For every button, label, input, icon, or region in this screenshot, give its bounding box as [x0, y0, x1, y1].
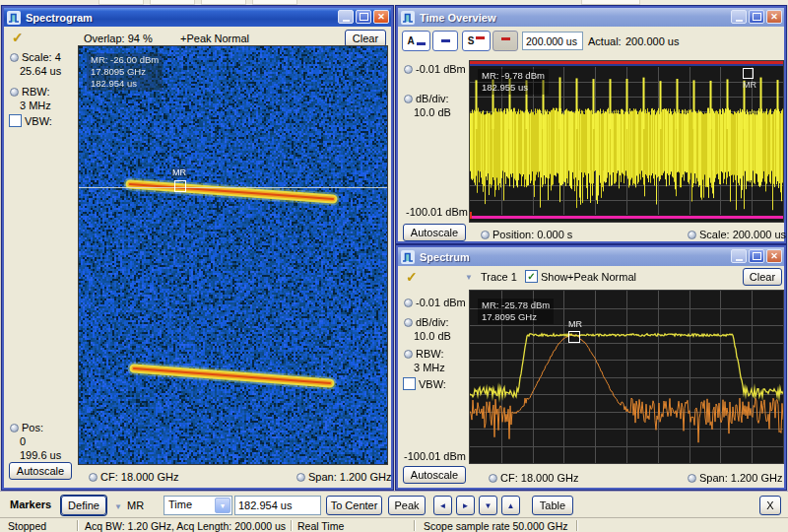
- arrow-left-icon: ◄: [439, 501, 447, 510]
- pos-knob-icon[interactable]: [10, 424, 19, 432]
- trace-label[interactable]: Trace 1: [481, 271, 517, 283]
- marker-dropdown-icon[interactable]: ▼: [114, 502, 122, 511]
- minimize-button[interactable]: [338, 10, 354, 24]
- markers-toolbar: Markers Define ▼ MR Time ▾ To Center Pea…: [0, 491, 788, 517]
- pos-time: 199.6 us: [20, 449, 61, 461]
- cf-knob-icon[interactable]: [489, 474, 497, 483]
- marker-mr[interactable]: [174, 180, 186, 192]
- peak-left-button[interactable]: ◄: [433, 496, 452, 515]
- ref-level-label: -0.01 dBm: [416, 63, 466, 75]
- marker-type-combo[interactable]: Time ▾: [164, 496, 232, 515]
- spectrogram-titlebar[interactable]: Spectrogram ✕: [4, 8, 391, 27]
- divider: [414, 520, 415, 531]
- dbdiv-knob-icon[interactable]: [404, 318, 413, 327]
- actual-label: Actual:: [588, 35, 622, 47]
- maximize-button[interactable]: [749, 10, 764, 24]
- ref-level-knob-icon[interactable]: [404, 65, 413, 74]
- span-knob-icon[interactable]: [688, 474, 696, 483]
- rbw-label: RBW:: [416, 348, 444, 360]
- marker-readout: MR: -26.00 dBm 17.8095 GHz 182.954 us: [87, 53, 163, 91]
- overlap-label: Overlap: 94 %: [84, 33, 153, 44]
- red-bar-icon: [501, 37, 510, 40]
- dbdiv-value: 10.0 dB: [414, 106, 451, 118]
- cf-knob-icon[interactable]: [89, 473, 98, 482]
- dbdiv-label: dB/div:: [416, 316, 449, 328]
- spectrum-time-button[interactable]: S: [462, 31, 491, 51]
- vbw-checkbox[interactable]: [9, 114, 22, 127]
- marker-label: MR: [742, 80, 757, 90]
- span-knob-icon[interactable]: [296, 473, 305, 482]
- toolbar-remnant-button: [150, 0, 195, 5]
- mode-label: Real Time: [297, 520, 344, 532]
- toolbar-remnant-button: [98, 0, 144, 5]
- maximize-button[interactable]: [356, 10, 371, 24]
- scale-label: Scale: 200.000 us: [699, 229, 786, 240]
- markers-label: Markers: [10, 499, 51, 510]
- position-label: Position: 0.000 s: [492, 229, 572, 240]
- position-knob-icon[interactable]: [481, 231, 490, 239]
- blue-bar-icon: [417, 42, 426, 45]
- define-button[interactable]: Define: [61, 496, 106, 515]
- minimize-button[interactable]: [731, 10, 747, 24]
- ref-level-knob-icon[interactable]: [404, 299, 413, 307]
- close-markers-button[interactable]: X: [759, 496, 781, 515]
- analysis-time-button[interactable]: A: [402, 31, 430, 51]
- spectrum-plot[interactable]: MR: -25.78 dBm 17.8095 GHz MR: [470, 291, 783, 463]
- chevron-down-icon[interactable]: ▾: [215, 498, 230, 513]
- spectrogram-canvas[interactable]: [79, 46, 387, 464]
- divider: [576, 520, 577, 531]
- to-center-button[interactable]: To Center: [326, 496, 382, 515]
- table-button[interactable]: Table: [532, 496, 573, 515]
- peak-down-button[interactable]: ▼: [479, 496, 497, 515]
- top-toolbar-remnant: [0, 0, 788, 5]
- spectrum-zoom-button[interactable]: [492, 31, 518, 51]
- scale-knob-icon[interactable]: [10, 53, 19, 62]
- close-icon[interactable]: ✕: [766, 10, 782, 24]
- autoscale-button[interactable]: Autoscale: [403, 466, 466, 484]
- rbw-knob-icon[interactable]: [10, 88, 19, 97]
- dbdiv-value: 10.0 dB: [414, 330, 451, 342]
- arrow-down-icon: ▼: [485, 501, 492, 510]
- maximize-button[interactable]: [749, 249, 764, 263]
- bottom-level-label: -100.01 dBm: [406, 206, 468, 218]
- peak-up-button[interactable]: ▲: [501, 496, 520, 515]
- time-overview-titlebar[interactable]: Time Overview ✕: [398, 8, 784, 27]
- detector-label: +Peak Normal: [180, 33, 249, 44]
- divider: [77, 520, 78, 531]
- analysis-zoom-button[interactable]: [432, 31, 458, 51]
- trace-dropdown-icon[interactable]: ▼: [465, 273, 473, 282]
- marker-readout: MR: -25.78 dBm 17.8095 GHz: [478, 299, 554, 324]
- marker-value-input[interactable]: [234, 496, 321, 515]
- minimize-button[interactable]: [731, 249, 747, 263]
- scale-knob-icon[interactable]: [688, 231, 696, 239]
- time-overview-plot[interactable]: MR: -9.78 dBm 182.955 us MR: [470, 61, 783, 222]
- clear-button[interactable]: Clear: [345, 30, 386, 47]
- spectrogram-panel: Spectrogram ✕ ✓ Overlap: 94 % +Peak Norm…: [2, 6, 393, 490]
- autoscale-button[interactable]: Autoscale: [403, 224, 466, 241]
- panel-title: Spectrum: [420, 251, 470, 263]
- clear-button[interactable]: Clear: [743, 268, 782, 286]
- marker-mr[interactable]: [743, 68, 754, 79]
- autoscale-button[interactable]: Autoscale: [9, 462, 72, 480]
- marker-label: MR: [567, 319, 583, 329]
- rbw-value: 3 MHz: [20, 100, 51, 111]
- close-icon[interactable]: ✕: [373, 10, 389, 24]
- peak-button[interactable]: Peak: [388, 496, 426, 515]
- blue-bar-icon: [441, 39, 450, 42]
- time-overview-panel: Time Overview ✕ A S Actual: 200.000 us -…: [396, 6, 786, 243]
- marker-mr[interactable]: [568, 331, 580, 343]
- peak-right-button[interactable]: ►: [456, 496, 475, 515]
- spectrogram-plot[interactable]: MR: -26.00 dBm 17.8095 GHz 182.954 us MR: [79, 46, 387, 464]
- spectrum-panel: Spectrum ✕ ✓ ▼ Trace 1 ✓ Show +Peak Norm…: [396, 245, 786, 490]
- show-label: Show: [541, 271, 568, 283]
- pulse-window-icon: [401, 250, 415, 264]
- analysis-length-input[interactable]: [522, 32, 583, 50]
- dbdiv-knob-icon[interactable]: [404, 95, 413, 103]
- show-checkbox[interactable]: ✓: [525, 270, 538, 283]
- dbdiv-label: dB/div:: [416, 93, 449, 104]
- vbw-checkbox[interactable]: [403, 377, 416, 390]
- rbw-knob-icon[interactable]: [404, 350, 413, 359]
- scale-label: Scale: 4: [22, 51, 61, 63]
- spectrum-titlebar[interactable]: Spectrum ✕: [398, 247, 784, 266]
- close-icon[interactable]: ✕: [766, 249, 782, 263]
